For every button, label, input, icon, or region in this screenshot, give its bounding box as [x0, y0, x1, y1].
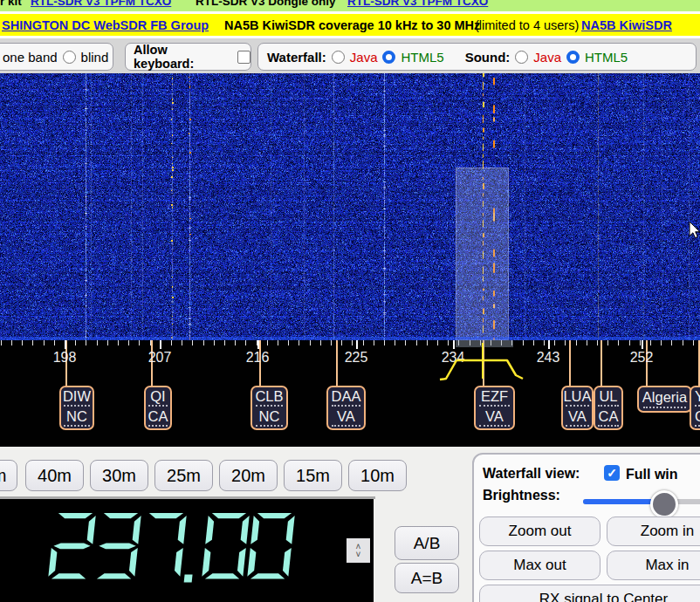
mode-box: Waterfall: Java HTML5 Sound: Java HTML5: [257, 43, 697, 71]
limited-note: (limited to 4 users): [475, 18, 579, 32]
mouse-cursor: [689, 221, 700, 240]
sound-html5-label: HTML5: [585, 50, 628, 65]
station-label[interactable]: CLBNC: [250, 386, 288, 430]
waterfall-java-label: Java: [350, 50, 378, 65]
fb-group-link[interactable]: SHINGTON DC WebSDR FB Group: [2, 18, 209, 32]
station-dots: [566, 405, 589, 407]
station-label[interactable]: YC: [690, 386, 700, 430]
station-callsign: DAA: [332, 388, 361, 404]
station-label[interactable]: DIWNC: [59, 386, 94, 430]
control-strip: one band blind Allow keyboard: Waterfall…: [0, 38, 700, 73]
sound-html5-radio[interactable]: [566, 51, 580, 64]
station-callsign: LUA: [563, 388, 591, 404]
band-button-25m[interactable]: 25m: [154, 460, 213, 491]
kiwi-sdr-link[interactable]: NA5B KiwiSDR: [581, 18, 672, 32]
frequency-scale-zone[interactable]: 198207216225234243252 DIWNCQICACLBNCDAAV…: [0, 340, 700, 447]
full-win-checkbox[interactable]: ✓: [604, 465, 620, 481]
band-button-10m[interactable]: 10m: [348, 460, 407, 491]
band-button-30m[interactable]: 30m: [90, 460, 148, 491]
station-dots: [598, 405, 620, 407]
top-links-bar: r kit RTL-SDR V3 TPFM TCXO RTL-SDR V3 Do…: [0, 0, 700, 11]
station-region: VA: [485, 408, 504, 424]
band-button-15m[interactable]: 15m: [284, 460, 342, 491]
brightness-slider[interactable]: [583, 499, 700, 504]
blind-radio[interactable]: [63, 51, 76, 64]
station-label[interactable]: EZFVA: [474, 386, 515, 430]
waterfall-display[interactable]: [0, 73, 700, 340]
station-dots: [479, 405, 510, 407]
rtl-sdr-link-1[interactable]: RTL-SDR V3 TPFM TCXO: [31, 0, 171, 8]
station-dots: [64, 425, 90, 427]
frequency-stepper[interactable]: ˄ ˅: [347, 538, 370, 563]
station-callsign: Algeria: [642, 389, 687, 405]
station-dots: [332, 405, 361, 407]
station-callsign: DIW: [63, 388, 91, 404]
station-region: CA: [599, 408, 619, 424]
band-button-40m[interactable]: 40m: [25, 460, 84, 491]
band-button-20m[interactable]: 20m: [219, 460, 278, 491]
waterfall-view-label: Waterfall view:: [483, 466, 580, 482]
rx-center-button[interactable]: RX signal to Center: [479, 585, 700, 602]
brightness-label: Brightness:: [483, 488, 560, 503]
sound-java-radio[interactable]: [515, 51, 528, 64]
max-in-button[interactable]: Max in: [607, 551, 700, 580]
station-dots: [256, 405, 284, 407]
station-region: VA: [337, 408, 355, 424]
brightness-slider-handle[interactable]: [650, 490, 678, 518]
frequency-display[interactable]: ˄ ˅: [0, 499, 374, 602]
zoom-in-button[interactable]: Zoom in: [607, 516, 700, 546]
station-dots: [479, 425, 510, 427]
station-label[interactable]: LUAVA: [561, 386, 594, 430]
station-dots: [695, 405, 700, 407]
allow-keyboard-checkbox[interactable]: [237, 51, 250, 64]
station-label[interactable]: DAAVA: [326, 386, 366, 430]
station-callsign: UL: [599, 388, 617, 404]
rtl-sdr-link-2[interactable]: RTL-SDR V3 TPFM TCXO: [347, 0, 488, 8]
station-callsign: EZF: [481, 388, 508, 404]
station-dots: [256, 425, 284, 427]
station-region: NC: [66, 408, 87, 424]
station-callsign: QI: [150, 388, 165, 404]
station-label[interactable]: Algeria: [637, 386, 692, 413]
station-region: C: [695, 408, 700, 424]
station-dots: [148, 425, 168, 427]
station-callsign: CLB: [255, 388, 283, 404]
band-button-60m[interactable]: 60m: [0, 460, 17, 491]
station-dots: [695, 425, 700, 427]
step-down-icon[interactable]: ˅: [356, 551, 361, 558]
waterfall-html5-radio[interactable]: [382, 51, 395, 64]
station-dots: [598, 425, 620, 427]
blind-label: blind: [81, 50, 109, 65]
coverage-text: NA5B KiwiSDR coverage 10 kHz to 30 MHz: [224, 18, 480, 32]
one-band-label: one band: [3, 50, 58, 65]
zoom-out-button[interactable]: Zoom out: [479, 516, 600, 546]
band-mode-box: one band blind: [0, 43, 113, 71]
max-out-button[interactable]: Max out: [479, 551, 600, 580]
sound-java-label: Java: [533, 50, 561, 65]
ab-swap-button[interactable]: A/B: [395, 526, 459, 560]
station-dots: [148, 405, 168, 407]
station-dots: [64, 405, 90, 407]
keyboard-box: Allow keyboard:: [125, 43, 251, 71]
websdr-page: r kit RTL-SDR V3 TPFM TCXO RTL-SDR V3 Do…: [0, 0, 700, 602]
banner-bar: SHINGTON DC WebSDR FB Group NA5B KiwiSDR…: [0, 14, 700, 36]
station-label[interactable]: ULCA: [594, 386, 623, 430]
allow-keyboard-label: Allow keyboard:: [134, 43, 230, 71]
a-equals-b-button[interactable]: A=B: [395, 563, 459, 593]
station-dots: [566, 425, 589, 427]
station-dots: [332, 425, 361, 427]
waterfall-html5-label: HTML5: [401, 50, 443, 65]
station-dots: [643, 407, 685, 408]
full-win-label: Full win: [626, 467, 678, 482]
station-label[interactable]: QICA: [144, 386, 172, 430]
links-bar-middle: RTL-SDR V3 Dongle only: [196, 0, 336, 8]
station-region: CA: [148, 408, 168, 424]
passband-indicator: [0, 340, 700, 387]
waterfall-mode-label: Waterfall:: [267, 50, 326, 65]
station-callsign: Y: [695, 388, 700, 404]
waterfall-java-radio[interactable]: [332, 51, 345, 64]
waterfall-canvas[interactable]: [0, 73, 700, 340]
station-region: NC: [259, 408, 280, 424]
sound-mode-label: Sound:: [465, 50, 511, 65]
station-region: VA: [568, 408, 587, 424]
